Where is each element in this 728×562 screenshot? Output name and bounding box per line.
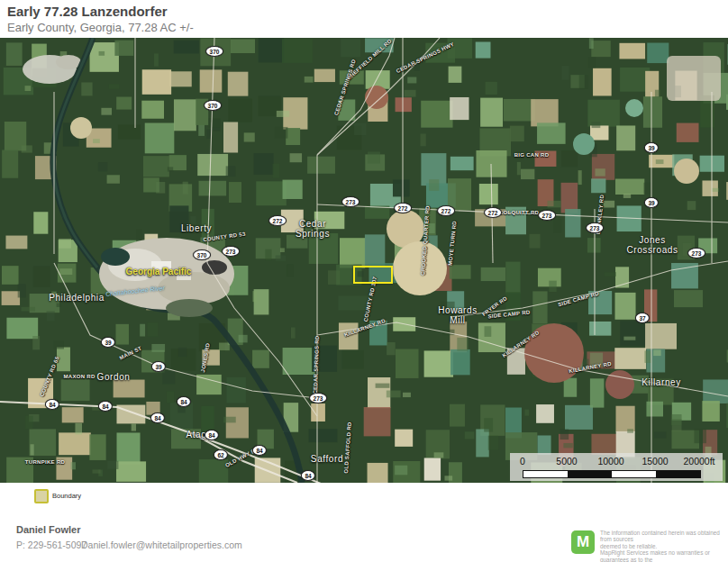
- road-label: TURNPIKE RD: [25, 459, 65, 465]
- road-label: COUNTY RD 65: [39, 356, 59, 397]
- road-label: KILLARNEY RD: [501, 330, 540, 358]
- map-labels-layer: LibertyCedar SpringsPhiladelphiaGordonAt…: [0, 38, 728, 483]
- scale-tick: 20000ft: [683, 456, 714, 467]
- route-shield: 273: [222, 246, 240, 257]
- town-label: Philadelphia: [49, 293, 105, 303]
- page-subtitle: Early County, Georgia, 77.28 AC +/-: [7, 21, 194, 34]
- town-label: Safford: [311, 454, 343, 464]
- route-shield: 273: [538, 210, 556, 221]
- scale-segment: [656, 471, 700, 477]
- route-shield: 39: [151, 361, 166, 372]
- town-label: Jones Crossroads: [616, 235, 688, 255]
- route-shield: 84: [45, 399, 59, 410]
- road-label: CEDAR SPRINGS HWY: [396, 41, 455, 74]
- property-boundary: [353, 266, 393, 284]
- route-shield: 272: [484, 207, 502, 218]
- scale-bar-segments: [523, 470, 701, 478]
- road-label: MOYE TURN RD: [447, 221, 457, 266]
- road-label: CROOKED QUARTER RD: [420, 205, 430, 276]
- legend-boundary-label: Boundary: [52, 492, 81, 500]
- route-shield: 84: [301, 470, 315, 481]
- town-label: Cedar Springs: [290, 219, 335, 239]
- route-shield: 273: [309, 393, 327, 403]
- road-label: OLD SAFFOLD RD: [343, 422, 352, 473]
- route-shield: 39: [644, 142, 659, 153]
- scale-tick: 0: [520, 456, 525, 467]
- route-shield: 273: [586, 222, 604, 233]
- road-label: CEDAR SPRINGS RD: [313, 335, 320, 394]
- map-canvas: LibertyCedar SpringsPhiladelphiaGordonAt…: [0, 38, 728, 483]
- route-shield: 39: [644, 197, 659, 208]
- legend: Boundary: [0, 483, 728, 513]
- route-shield: 272: [394, 203, 412, 213]
- disclaimer-line: deemed to be reliable.: [600, 543, 726, 549]
- scale-tick: 10000: [597, 456, 623, 467]
- footer: Daniel Fowler P: 229-561-5097 Daniel.fow…: [0, 513, 728, 562]
- scale-tick: 5000: [556, 456, 577, 467]
- road-label: CEDAR SPRINGS RD: [333, 59, 357, 116]
- road-label: SIDE CAMP RD: [487, 310, 531, 320]
- scale-bar: 05000100001500020000ft: [510, 453, 723, 481]
- route-shield: 62: [214, 449, 228, 460]
- scale-segment: [612, 471, 656, 477]
- road-label: MAIN ST: [119, 345, 143, 360]
- road-label: SIDE CAMP RD: [558, 291, 600, 308]
- road-label: KILLARNEY RD: [569, 361, 612, 374]
- route-shield: 370: [193, 249, 211, 260]
- agent-email[interactable]: Daniel.fowler@whitetailproperties.com: [81, 539, 242, 550]
- map-export-page: Early 77.28 Lanzendorfer Early County, G…: [0, 0, 728, 562]
- route-shield: 84: [150, 412, 165, 423]
- town-label: Gordon: [97, 372, 131, 382]
- route-shield: 370: [204, 100, 222, 111]
- route-shield: 37: [635, 313, 650, 323]
- route-shield: 84: [252, 445, 267, 456]
- route-shield: 272: [437, 205, 455, 216]
- route-shield: 84: [177, 396, 191, 407]
- agent-name: Daniel Fowler: [16, 524, 81, 535]
- disclaimer-text: The information contained herein was obt…: [600, 530, 726, 562]
- road-label: MAXON RD: [63, 374, 95, 379]
- route-shield: 39: [101, 337, 115, 348]
- agent-phone: P: 229-561-5097: [16, 539, 86, 550]
- route-shield: 84: [205, 430, 219, 440]
- disclaimer-line: The information contained herein was obt…: [600, 530, 726, 543]
- route-shield: 273: [687, 248, 705, 258]
- town-label: Howards Mill: [433, 305, 482, 325]
- town-label: Killarney: [642, 377, 681, 387]
- poi-label: Georgia Pacific: [126, 267, 192, 276]
- scale-segment: [568, 471, 612, 477]
- road-label: JONES RD: [200, 342, 211, 373]
- road-label: COUNTY RD 53: [203, 231, 246, 243]
- mapright-logo: M: [571, 530, 595, 554]
- route-shield: 370: [205, 46, 223, 57]
- route-shield: 84: [98, 401, 113, 412]
- disclaimer-line: MapRight Services makes no warranties or…: [600, 549, 726, 562]
- road-label: COLQUITT RD: [499, 210, 539, 215]
- boundary-swatch-icon: [34, 489, 49, 503]
- route-shield: 273: [341, 196, 359, 207]
- scale-tick: 15000: [642, 456, 668, 467]
- road-label: BIG CAN RD: [514, 152, 550, 158]
- water-label: Chattahoochee River: [105, 285, 165, 297]
- header: Early 77.28 Lanzendorfer Early County, G…: [0, 0, 728, 38]
- town-label: Liberty: [181, 223, 212, 233]
- scale-segment: [523, 471, 568, 477]
- page-title: Early 77.28 Lanzendorfer: [7, 4, 168, 19]
- route-shield: 272: [268, 215, 287, 226]
